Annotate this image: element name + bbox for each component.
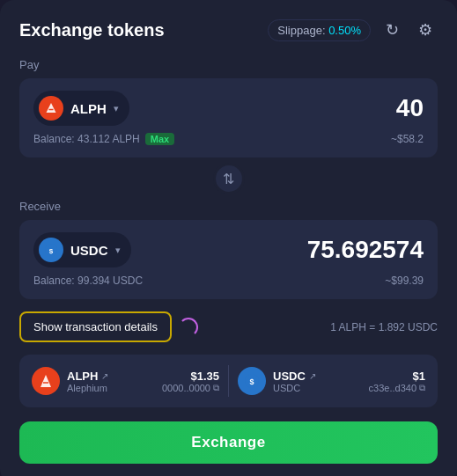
- tokens-info-row: ALPH ↗ $1.35 Alephium 0000..0000 ⧉: [19, 355, 438, 407]
- pay-token-box: ALPH ▾ 40 Balance: 43.112 ALPH Max ~$58.…: [19, 78, 438, 157]
- receive-amount: 75.692574: [307, 236, 424, 264]
- pay-balance-row: Balance: 43.112 ALPH Max ~$58.2: [33, 133, 424, 145]
- pay-amount: 40: [396, 94, 424, 122]
- pay-balance-text: Balance: 43.112 ALPH: [33, 133, 140, 145]
- details-row: Show transaction details 1 ALPH = 1.892 …: [19, 311, 438, 342]
- receive-usd-value: ~$99.39: [385, 275, 424, 287]
- exchange-card: Exchange tokens Slippage: 0.50% ↻ ⚙ Pay: [0, 0, 457, 476]
- receive-section: Receive $ USDC ▾ 75.692574 Balance: 99.3…: [19, 200, 438, 299]
- alph-name: ALPH: [67, 370, 98, 383]
- receive-balance-text: Balance: 99.394 USDC: [33, 275, 143, 287]
- usdc-subname: USDC: [273, 383, 300, 393]
- receive-label: Receive: [19, 200, 438, 213]
- slippage-value: 0.50%: [328, 24, 361, 37]
- usdc-info-icon: $: [238, 367, 266, 395]
- alph-copy-icon[interactable]: ⧉: [213, 383, 219, 393]
- max-button[interactable]: Max: [145, 133, 174, 145]
- pay-section: Pay ALPH ▾ 40 Balance: 43.112 A: [19, 58, 438, 157]
- page-title: Exchange tokens: [19, 20, 165, 40]
- alph-address: 0000..0000 ⧉: [162, 383, 219, 393]
- alph-info-details: ALPH ↗ $1.35 Alephium 0000..0000 ⧉: [67, 370, 219, 393]
- pay-usd-value: ~$58.2: [391, 133, 424, 145]
- slippage-label: Slippage:: [277, 24, 325, 37]
- pay-token-name: ALPH: [70, 101, 107, 116]
- alph-name-row: ALPH ↗ $1.35: [67, 370, 219, 383]
- alph-subname: Alephium: [67, 383, 107, 393]
- alph-info-icon: [32, 367, 60, 395]
- alph-price: $1.35: [190, 370, 219, 383]
- show-details-button[interactable]: Show transaction details: [19, 311, 172, 342]
- token-info-divider: [228, 365, 229, 397]
- pay-token-selector[interactable]: ALPH ▾: [33, 91, 129, 126]
- receive-token-box: $ USDC ▾ 75.692574 Balance: 99.394 USDC …: [19, 220, 438, 299]
- receive-chevron-icon: ▾: [115, 245, 121, 256]
- usdc-name-row: USDC ↗ $1: [273, 370, 425, 383]
- loading-spinner: [179, 318, 198, 337]
- pay-balance: Balance: 43.112 ALPH Max: [33, 133, 174, 145]
- settings-icon: ⚙: [418, 20, 432, 40]
- receive-token-name: USDC: [70, 243, 108, 258]
- exchange-rate: 1 ALPH = 1.892 USDC: [330, 321, 438, 333]
- refresh-icon: ↻: [386, 20, 399, 40]
- swap-button[interactable]: ⇅: [213, 163, 245, 194]
- usdc-external-link-icon[interactable]: ↗: [309, 371, 316, 381]
- alph-external-link-icon[interactable]: ↗: [101, 371, 108, 381]
- header-controls: Slippage: 0.50% ↻ ⚙: [268, 18, 438, 42]
- usdc-address-text: c33e..d340: [369, 383, 416, 393]
- receive-balance-row: Balance: 99.394 USDC ~$99.39: [33, 275, 424, 287]
- swap-icon: ⇅: [223, 171, 234, 187]
- usdc-copy-icon[interactable]: ⧉: [419, 383, 425, 393]
- svg-text:$: $: [249, 377, 254, 386]
- receive-token-row: $ USDC ▾ 75.692574: [33, 232, 424, 267]
- pay-chevron-icon: ▾: [114, 103, 119, 114]
- exchange-button[interactable]: Exchange: [19, 421, 438, 464]
- receive-token-selector[interactable]: $ USDC ▾: [33, 232, 131, 267]
- pay-label: Pay: [19, 58, 438, 71]
- swap-middle: ⇅: [19, 163, 438, 194]
- refresh-button[interactable]: ↻: [380, 18, 404, 42]
- usdc-price: $1: [413, 370, 425, 383]
- slippage-badge: Slippage: 0.50%: [268, 19, 371, 41]
- alph-address-text: 0000..0000: [162, 383, 210, 393]
- header: Exchange tokens Slippage: 0.50% ↻ ⚙: [19, 18, 438, 42]
- usdc-name: USDC: [273, 370, 306, 383]
- pay-token-row: ALPH ▾ 40: [33, 91, 424, 126]
- settings-button[interactable]: ⚙: [413, 18, 438, 42]
- svg-text:$: $: [49, 247, 54, 255]
- alph-info-item: ALPH ↗ $1.35 Alephium 0000..0000 ⧉: [32, 367, 219, 395]
- usdc-info-details: USDC ↗ $1 USDC c33e..d340 ⧉: [273, 370, 425, 393]
- usdc-info-item: $ USDC ↗ $1 USDC c33e..d340 ⧉: [238, 367, 425, 395]
- alph-icon: [39, 96, 63, 121]
- usdc-address: c33e..d340 ⧉: [369, 383, 425, 393]
- usdc-icon: $: [39, 238, 63, 262]
- details-spinner-rate: 1 ALPH = 1.892 USDC: [172, 318, 438, 337]
